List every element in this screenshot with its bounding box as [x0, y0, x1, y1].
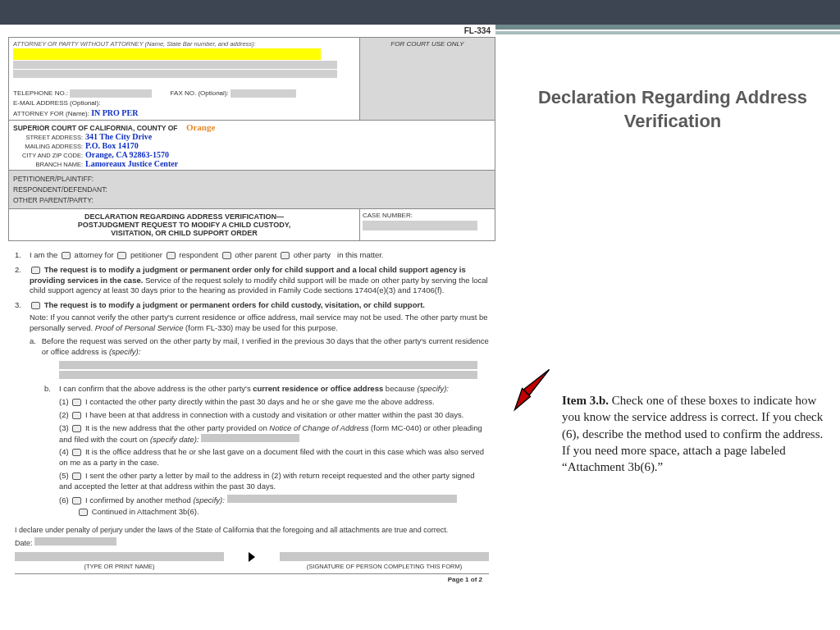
item-1: I am the attorney for petitioner respond… — [30, 250, 489, 261]
respondent-label: RESPONDENT/DEFENDANT: — [13, 185, 107, 194]
checkbox-respondent[interactable] — [167, 252, 176, 259]
slide-topbar — [0, 0, 840, 25]
case-number-label: CASE NUMBER: — [363, 212, 492, 219]
city-value: Orange, CA 92863-1570 — [85, 150, 169, 159]
branch-value: Lamoreaux Justice Center — [85, 159, 178, 168]
item-3: The request is to modify a judgment or p… — [30, 300, 489, 357]
attorney-name-field[interactable] — [13, 48, 321, 60]
checkbox-3b3[interactable] — [72, 425, 81, 432]
attorney-addr-field[interactable] — [13, 61, 337, 69]
text-3b5: I sent the other party a letter by mail … — [59, 471, 475, 491]
fax-label: FAX NO. (Optional): — [171, 89, 229, 97]
other-party-label: OTHER PARENT/PARTY: — [13, 196, 94, 204]
mail-label: MAILING ADDRESS: — [13, 143, 83, 150]
fax-field[interactable] — [231, 89, 296, 98]
telephone-field[interactable] — [70, 89, 152, 98]
checkbox-item3[interactable] — [31, 302, 40, 309]
checkbox-petitioner[interactable] — [117, 252, 126, 259]
signature-field[interactable] — [280, 552, 489, 561]
checkbox-item2[interactable] — [31, 267, 40, 274]
method-field-3b6[interactable] — [227, 495, 457, 503]
item-3b: I can confirm that the above address is … — [59, 384, 449, 395]
case-number-field[interactable] — [363, 221, 477, 231]
accent-strip — [495, 25, 840, 39]
text-3b1: I contacted the other party directly wit… — [85, 397, 435, 406]
signature-label: (SIGNATURE OF PERSON COMPLETING THIS FOR… — [280, 563, 489, 570]
instruction-note: Item 3.b. Check one of these boxes to in… — [562, 392, 824, 475]
city-label: CITY AND ZIP CODE: — [13, 152, 83, 159]
text-3b4: It is the office address that he or she … — [59, 447, 484, 467]
mail-value: P.O. Box 14170 — [85, 141, 139, 150]
checkbox-3b6[interactable] — [72, 497, 81, 504]
attorney-for-label: ATTORNEY FOR (Name): — [13, 110, 89, 117]
document-title: DECLARATION REGARDING ADDRESS VERIFICATI… — [9, 209, 359, 240]
attorney-addr-field-2[interactable] — [13, 70, 337, 78]
print-name-field[interactable] — [15, 552, 224, 561]
arrow-icon — [500, 361, 558, 422]
checkbox-3b5[interactable] — [72, 472, 81, 480]
email-label: E-MAIL ADDRESS (Optional): — [13, 99, 100, 107]
date-field[interactable] — [34, 537, 116, 546]
signature-pointer-icon — [249, 552, 255, 562]
checkbox-other-party[interactable] — [281, 252, 290, 259]
text-3b6: I confirmed by another method (specify): — [85, 495, 225, 504]
checkbox-3b1[interactable] — [72, 399, 81, 406]
petitioner-label: PETITIONER/PLAINTIFF: — [13, 175, 94, 183]
court-use-only: FOR COURT USE ONLY — [359, 38, 495, 120]
perjury-text: I declare under penalty of perjury under… — [15, 526, 489, 534]
address-field-line2[interactable] — [59, 371, 477, 379]
county-value: Orange — [186, 122, 215, 132]
court-label: SUPERIOR COURT OF CALIFORNIA, COUNTY OF — [13, 124, 178, 132]
checkbox-3b6-cont[interactable] — [79, 509, 88, 516]
checkbox-attorney-for[interactable] — [62, 252, 71, 259]
svg-marker-0 — [523, 370, 550, 396]
attorney-header-label: ATTORNEY OR PARTY WITHOUT ATTORNEY (Name… — [13, 40, 355, 48]
attorney-for-value: IN PRO PER — [91, 108, 138, 117]
form-document: FL-334 ATTORNEY OR PARTY WITHOUT ATTORNE… — [8, 25, 495, 591]
date-field-3b3[interactable] — [201, 434, 299, 442]
checkbox-other-parent[interactable] — [222, 252, 231, 259]
text-3b6-cont: Continued in Attachment 3b(6). — [92, 507, 199, 516]
address-field-line1[interactable] — [59, 361, 477, 369]
text-3b2: I have been at that address in connectio… — [85, 410, 464, 419]
print-name-label: (TYPE OR PRINT NAME) — [15, 563, 224, 570]
date-label: Date: — [15, 539, 33, 547]
branch-label: BRANCH NAME: — [13, 161, 83, 168]
page-footer: Page 1 of 2 — [15, 573, 489, 583]
item-2: The request is to modify a judgment or p… — [30, 265, 489, 296]
telephone-label: TELEPHONE NO.: — [13, 89, 68, 97]
street-value: 341 The City Drive — [85, 132, 152, 141]
checkbox-3b2[interactable] — [72, 412, 81, 419]
form-id: FL-334 — [8, 25, 495, 37]
street-label: STREET ADDRESS: — [13, 134, 83, 141]
checkbox-3b4[interactable] — [72, 449, 81, 456]
slide-title: Declaration Regarding Address Verificati… — [533, 86, 812, 133]
